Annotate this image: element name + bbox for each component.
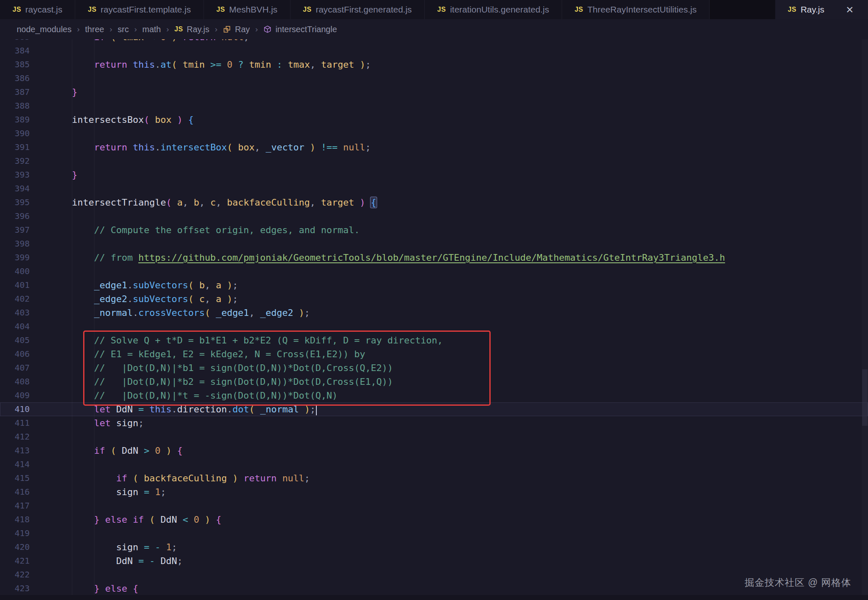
code-line-text[interactable]: } else { xyxy=(40,582,138,595)
line-number[interactable]: 395 xyxy=(0,196,40,209)
code-line-text[interactable]: // Solve Q + t*D = b1*E1 + b2*E2 (Q = kD… xyxy=(40,333,443,347)
line-number[interactable]: 397 xyxy=(0,223,40,237)
code-line-text[interactable] xyxy=(40,182,50,196)
tab-Ray.js[interactable]: JSRay.js× xyxy=(775,0,868,19)
line-number[interactable]: 417 xyxy=(0,499,40,513)
code-line-text[interactable]: DdN = - DdN; xyxy=(40,554,183,568)
line-number[interactable]: 404 xyxy=(0,320,40,333)
line-number[interactable]: 402 xyxy=(0,292,40,306)
code-line-text[interactable] xyxy=(40,458,50,471)
line-number[interactable]: 394 xyxy=(0,182,40,196)
code-line-text[interactable]: sign = 1; xyxy=(40,485,166,499)
breadcrumb-item-intersectTriangle[interactable]: intersectTriangle xyxy=(263,25,337,34)
code-line-text[interactable]: } xyxy=(40,85,77,99)
code-line-text[interactable]: } else if ( DdN < 0 ) { xyxy=(40,513,221,526)
line-number[interactable]: 412 xyxy=(0,430,40,444)
line-number[interactable]: 389 xyxy=(0,113,40,127)
line-number[interactable]: 403 xyxy=(0,306,40,320)
breadcrumb-item-math[interactable]: math xyxy=(142,25,160,34)
code-line-text[interactable] xyxy=(40,320,50,333)
vertical-scrollbar[interactable] xyxy=(862,39,868,600)
code-line-text[interactable] xyxy=(40,44,50,58)
code-line-text[interactable]: _edge2.subVectors( c, a ); xyxy=(40,292,238,306)
code-line-text[interactable] xyxy=(40,127,50,140)
code-line-text[interactable]: return this.at( tmin >= 0 ? tmin : tmax,… xyxy=(40,58,371,71)
line-number[interactable]: 386 xyxy=(0,71,40,85)
line-number[interactable]: 414 xyxy=(0,458,40,471)
code-line-text[interactable]: if ( DdN > 0 ) { xyxy=(40,444,183,458)
code-line-text[interactable] xyxy=(40,71,50,85)
tab-raycast.js[interactable]: JSraycast.js xyxy=(0,0,75,19)
code-line-text[interactable]: } xyxy=(40,168,77,182)
tab-raycastFirst.generated.js[interactable]: JSraycastFirst.generated.js xyxy=(290,0,425,19)
code-line-text[interactable]: // |Dot(D,N)|*b1 = sign(Dot(D,N))*Dot(D,… xyxy=(40,361,393,375)
code-line-text[interactable]: intersectsBox( box ) { xyxy=(40,113,193,127)
code-line-text[interactable]: _normal.crossVectors( _edge1, _edge2 ); xyxy=(40,306,310,320)
line-number[interactable]: 383 xyxy=(0,39,40,44)
code-line-text[interactable]: // E1 = kEdge1, E2 = kEdge2, N = Cross(E… xyxy=(40,347,365,361)
code-line-text[interactable]: intersectTriangle( a, b, c, backfaceCull… xyxy=(40,196,377,209)
line-number[interactable]: 406 xyxy=(0,347,40,361)
line-number[interactable]: 385 xyxy=(0,58,40,71)
close-tab-icon[interactable]: × xyxy=(844,3,855,16)
code-line-text[interactable] xyxy=(40,237,50,251)
code-line-text[interactable]: _edge1.subVectors( b, a ); xyxy=(40,278,238,292)
line-number[interactable]: 423 xyxy=(0,582,40,595)
line-number[interactable]: 388 xyxy=(0,99,40,113)
line-number[interactable]: 416 xyxy=(0,485,40,499)
line-number[interactable]: 420 xyxy=(0,540,40,554)
horizontal-scrollbar-track[interactable] xyxy=(0,595,868,600)
code-line-text[interactable] xyxy=(40,209,50,223)
code-line-text[interactable]: // |Dot(D,N)|*b2 = sign(Dot(D,N))*Dot(D,… xyxy=(40,375,393,389)
code-line-text[interactable] xyxy=(40,499,50,513)
code-line-text[interactable]: return this.intersectBox( box, _vector )… xyxy=(40,140,371,154)
code-line-text[interactable]: sign = - 1; xyxy=(40,540,177,554)
line-number[interactable]: 392 xyxy=(0,154,40,168)
code-line-text[interactable]: // from https://github.com/pmjoniak/Geom… xyxy=(40,251,725,264)
line-number[interactable]: 422 xyxy=(0,568,40,582)
tab-MeshBVH.js[interactable]: JSMeshBVH.js xyxy=(204,0,290,19)
line-number[interactable]: 401 xyxy=(0,278,40,292)
line-number[interactable]: 398 xyxy=(0,237,40,251)
line-number[interactable]: 410 xyxy=(0,402,40,416)
code-line-text[interactable] xyxy=(40,526,50,540)
breadcrumb-item-Ray.js[interactable]: JSRay.js xyxy=(174,25,209,34)
code-line-text[interactable]: let sign; xyxy=(40,416,144,430)
tab-iterationUtils.generated.js[interactable]: JSiterationUtils.generated.js xyxy=(425,0,562,19)
tab-raycastFirst.template.js[interactable]: JSraycastFirst.template.js xyxy=(75,0,204,19)
line-number[interactable]: 419 xyxy=(0,526,40,540)
line-number[interactable]: 408 xyxy=(0,375,40,389)
code-line-text[interactable] xyxy=(40,568,50,582)
line-number[interactable]: 391 xyxy=(0,140,40,154)
scrollbar-thumb[interactable] xyxy=(862,369,868,426)
code-editor[interactable]: 383 if ( tmax < 0 ) return null;384385 r… xyxy=(0,39,868,600)
line-number[interactable]: 421 xyxy=(0,554,40,568)
line-number[interactable]: 409 xyxy=(0,389,40,402)
tab-ThreeRayIntersectUtilities.js[interactable]: JSThreeRayIntersectUtilities.js xyxy=(562,0,710,19)
line-number[interactable]: 411 xyxy=(0,416,40,430)
line-number[interactable]: 384 xyxy=(0,44,40,58)
code-line-text[interactable] xyxy=(40,154,50,168)
code-line-text[interactable]: // Compute the offset origin, edges, and… xyxy=(40,223,360,237)
line-number[interactable]: 405 xyxy=(0,333,40,347)
line-number[interactable]: 390 xyxy=(0,127,40,140)
code-line-text[interactable]: if ( tmax < 0 ) return null; xyxy=(40,39,249,44)
breadcrumb-item-Ray[interactable]: Ray xyxy=(223,25,250,34)
code-line-text[interactable]: // |Dot(D,N)|*t = -sign(Dot(D,N))*Dot(Q,… xyxy=(40,389,338,402)
breadcrumb-item-src[interactable]: src xyxy=(117,25,129,34)
line-number[interactable]: 407 xyxy=(0,361,40,375)
code-line-text[interactable] xyxy=(40,99,50,113)
breadcrumb-item-three[interactable]: three xyxy=(85,25,104,34)
code-line-text[interactable] xyxy=(40,430,50,444)
line-number[interactable]: 413 xyxy=(0,444,40,458)
line-number[interactable]: 393 xyxy=(0,168,40,182)
code-line-text[interactable] xyxy=(40,264,50,278)
code-line-text[interactable]: let DdN = this.direction.dot( _normal ); xyxy=(40,402,317,416)
code-line-text[interactable]: if ( backfaceCulling ) return null; xyxy=(40,471,310,485)
line-number[interactable]: 415 xyxy=(0,471,40,485)
breadcrumb-item-node_modules[interactable]: node_modules xyxy=(17,25,71,34)
line-number[interactable]: 400 xyxy=(0,264,40,278)
line-number[interactable]: 396 xyxy=(0,209,40,223)
line-number[interactable]: 418 xyxy=(0,513,40,526)
line-number[interactable]: 399 xyxy=(0,251,40,264)
